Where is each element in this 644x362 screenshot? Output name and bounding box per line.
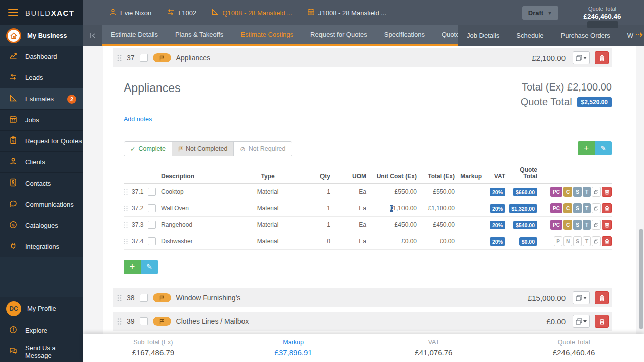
filter-complete-button[interactable]: ✓ Complete bbox=[124, 142, 172, 156]
collapse-panel-button[interactable] bbox=[83, 25, 102, 46]
delete-row-button[interactable] bbox=[602, 220, 612, 230]
row-checkbox[interactable] bbox=[148, 221, 156, 229]
takeoff-button[interactable]: T bbox=[583, 203, 591, 213]
lead-link[interactable]: L1002 bbox=[167, 9, 196, 17]
tab-estimate-details[interactable]: Estimate Details bbox=[102, 25, 167, 44]
item-qty[interactable]: 1 bbox=[290, 188, 330, 195]
takeoff-button[interactable]: T bbox=[583, 220, 591, 230]
tab-specifications[interactable]: Specifications bbox=[376, 25, 433, 44]
sidebar-item-send-message[interactable]: Send Us a Message bbox=[0, 341, 83, 362]
edit-items-button[interactable]: ✎ bbox=[141, 260, 158, 274]
tab-schedule[interactable]: Schedule bbox=[508, 26, 552, 45]
drag-handle-icon[interactable] bbox=[124, 189, 128, 195]
vertical-scrollbar[interactable] bbox=[639, 229, 643, 329]
drag-handle-icon[interactable] bbox=[117, 54, 122, 62]
item-qty[interactable]: 1 bbox=[290, 205, 330, 212]
item-qty[interactable]: 1 bbox=[290, 221, 330, 228]
sidebar-item-request-for-quotes[interactable]: $ Request for Quotes bbox=[0, 130, 83, 151]
item-type[interactable]: Material bbox=[246, 205, 290, 212]
item-description[interactable]: Cooktop bbox=[161, 188, 246, 195]
price-catalogue-button[interactable]: PC bbox=[550, 203, 562, 213]
supplier-button[interactable]: S bbox=[573, 187, 582, 197]
copy-section-button[interactable] bbox=[573, 291, 590, 304]
sidebar-item-clients[interactable]: Clients bbox=[0, 151, 83, 172]
flag-badge[interactable] bbox=[153, 317, 171, 326]
section-checkbox[interactable] bbox=[140, 317, 148, 325]
drag-handle-icon[interactable] bbox=[124, 222, 128, 228]
takeoff-button[interactable]: T bbox=[583, 236, 591, 246]
delete-row-button[interactable] bbox=[602, 203, 612, 213]
item-unit-cost[interactable]: £550.00 bbox=[366, 188, 417, 195]
item-description[interactable]: Rangehood bbox=[161, 221, 246, 228]
add-item-button[interactable]: + bbox=[578, 141, 595, 155]
vat-badge[interactable]: 20% bbox=[490, 237, 505, 246]
sidebar-item-estimates[interactable]: Estimates 2 bbox=[0, 88, 83, 109]
price-catalogue-button[interactable]: P bbox=[554, 236, 562, 246]
item-uom[interactable]: Ea bbox=[330, 205, 366, 212]
delete-section-button[interactable] bbox=[595, 291, 609, 304]
flag-badge[interactable] bbox=[153, 53, 171, 62]
catalogue-button[interactable]: N bbox=[564, 236, 572, 246]
row-checkbox[interactable] bbox=[148, 188, 156, 196]
section-checkbox[interactable] bbox=[140, 54, 148, 62]
footer-markup[interactable]: Markup £37,896.91 bbox=[223, 334, 364, 362]
sidebar-item-communications[interactable]: Communications bbox=[0, 194, 83, 215]
drag-handle-icon[interactable] bbox=[117, 294, 122, 302]
flag-badge[interactable] bbox=[153, 293, 171, 302]
copy-row-button[interactable] bbox=[592, 187, 601, 197]
price-catalogue-button[interactable]: PC bbox=[550, 220, 562, 230]
filter-not-required-button[interactable]: ⊘ Not Required bbox=[233, 142, 291, 156]
item-description[interactable]: Dishwasher bbox=[161, 238, 246, 245]
sidebar-item-my-business[interactable]: My Business bbox=[0, 25, 83, 46]
sidebar-item-integrations[interactable]: Integrations bbox=[0, 236, 83, 257]
copy-row-button[interactable] bbox=[592, 236, 601, 246]
tabs-scroll-right-icon[interactable] bbox=[635, 31, 643, 40]
takeoff-button[interactable]: T bbox=[583, 187, 591, 197]
tab-plans-takeoffs[interactable]: Plans & Takeoffs bbox=[167, 25, 232, 44]
edit-items-button[interactable]: ✎ bbox=[595, 141, 612, 155]
item-description[interactable]: Wall Oven bbox=[161, 205, 246, 212]
sidebar-item-my-profile[interactable]: DC My Profile bbox=[0, 297, 83, 320]
catalogue-button[interactable]: C bbox=[564, 203, 572, 213]
item-type[interactable]: Material bbox=[246, 238, 290, 245]
sidebar-item-explore[interactable]: Explore bbox=[0, 320, 83, 341]
row-checkbox[interactable] bbox=[148, 237, 156, 245]
sidebar-item-contacts[interactable]: Contacts bbox=[0, 172, 83, 194]
item-uom[interactable]: Ea bbox=[330, 238, 366, 245]
catalogue-button[interactable]: C bbox=[564, 220, 572, 230]
sidebar-item-jobs[interactable]: Jobs bbox=[0, 109, 83, 130]
tab-job-details[interactable]: Job Details bbox=[458, 26, 508, 45]
vat-badge[interactable]: 20% bbox=[490, 204, 505, 213]
quote-link[interactable]: Q1008 - 28 Mansfield ... bbox=[211, 8, 292, 17]
supplier-button[interactable]: S bbox=[573, 236, 582, 246]
hamburger-menu-icon[interactable] bbox=[8, 9, 18, 16]
drag-handle-icon[interactable] bbox=[117, 318, 122, 325]
user-menu[interactable]: Evie Nixon bbox=[109, 8, 151, 17]
add-item-button[interactable]: + bbox=[124, 260, 141, 274]
price-catalogue-button[interactable]: PC bbox=[550, 187, 562, 197]
delete-row-button[interactable] bbox=[602, 236, 612, 246]
item-type[interactable]: Material bbox=[246, 188, 290, 195]
copy-section-button[interactable] bbox=[573, 315, 590, 328]
job-link[interactable]: J1008 - 28 Mansfield ... bbox=[307, 8, 386, 17]
supplier-button[interactable]: S bbox=[573, 203, 582, 213]
row-checkbox[interactable] bbox=[148, 204, 156, 212]
drag-handle-icon[interactable] bbox=[124, 238, 128, 245]
vat-badge[interactable]: 20% bbox=[490, 221, 505, 229]
vat-badge[interactable]: 20% bbox=[490, 188, 505, 196]
sidebar-item-catalogues[interactable]: $ Catalogues bbox=[0, 215, 83, 236]
tab-estimate-costings[interactable]: Estimate Costings bbox=[232, 25, 302, 44]
status-dropdown[interactable]: Draft ▼ bbox=[522, 6, 558, 20]
item-uom[interactable]: Ea bbox=[330, 188, 366, 195]
drag-handle-icon[interactable] bbox=[124, 205, 128, 212]
item-type[interactable]: Material bbox=[246, 221, 290, 228]
supplier-button[interactable]: S bbox=[573, 220, 582, 230]
filter-not-completed-button[interactable]: Not Completed bbox=[172, 142, 233, 156]
tab-request-for-quotes[interactable]: Request for Quotes bbox=[302, 25, 376, 44]
item-qty[interactable]: 0 bbox=[290, 238, 330, 245]
item-unit-cost[interactable]: £0.00 bbox=[366, 238, 417, 245]
catalogue-button[interactable]: C bbox=[564, 187, 572, 197]
item-uom[interactable]: Ea bbox=[330, 221, 366, 228]
sidebar-item-dashboard[interactable]: Dashboard bbox=[0, 46, 83, 67]
section-checkbox[interactable] bbox=[140, 294, 148, 302]
